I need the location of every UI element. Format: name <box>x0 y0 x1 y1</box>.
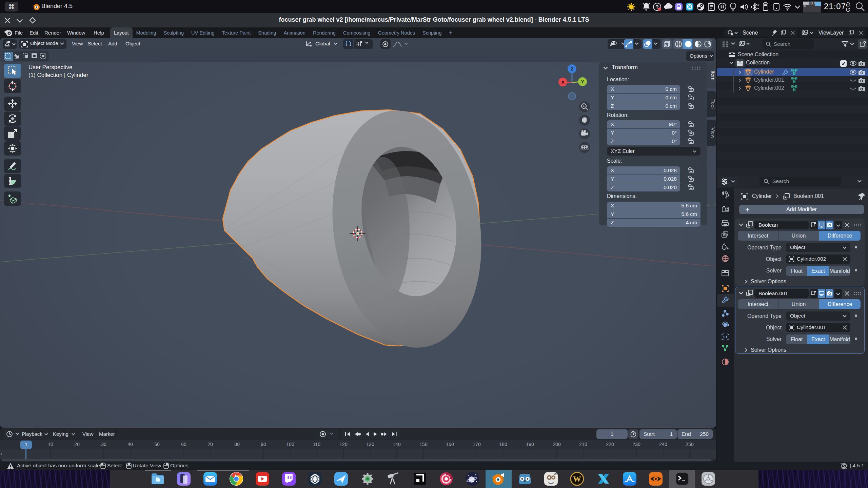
svg-text:210: 210 <box>579 442 587 447</box>
svg-text:240: 240 <box>659 442 667 447</box>
svg-text:40: 40 <box>127 442 133 447</box>
svg-text:Y: Y <box>581 79 584 84</box>
svg-text:30: 30 <box>101 442 106 447</box>
svg-text:230: 230 <box>632 442 640 447</box>
svg-text:190: 190 <box>526 442 534 447</box>
svg-text:W: W <box>573 474 581 483</box>
svg-text:20: 20 <box>74 442 80 447</box>
svg-text:80: 80 <box>234 442 240 447</box>
svg-text:170: 170 <box>473 442 481 447</box>
svg-text:50: 50 <box>154 442 160 447</box>
svg-text:140: 140 <box>393 442 401 447</box>
svg-text:130: 130 <box>366 442 374 447</box>
svg-text:250: 250 <box>686 442 694 447</box>
svg-text:120: 120 <box>339 442 348 447</box>
svg-text:110: 110 <box>313 442 321 447</box>
svg-text:100: 100 <box>286 442 294 447</box>
svg-text:200: 200 <box>553 442 561 447</box>
svg-text:60: 60 <box>181 442 186 447</box>
svg-text:90: 90 <box>261 442 266 447</box>
svg-text:180: 180 <box>499 442 507 447</box>
svg-text:160: 160 <box>446 442 454 447</box>
svg-text:70: 70 <box>208 442 213 447</box>
svg-text:150: 150 <box>419 442 428 447</box>
svg-text:X: X <box>561 80 565 85</box>
svg-text:10: 10 <box>48 442 53 447</box>
svg-text:Z: Z <box>571 66 573 72</box>
svg-text:220: 220 <box>606 442 614 447</box>
